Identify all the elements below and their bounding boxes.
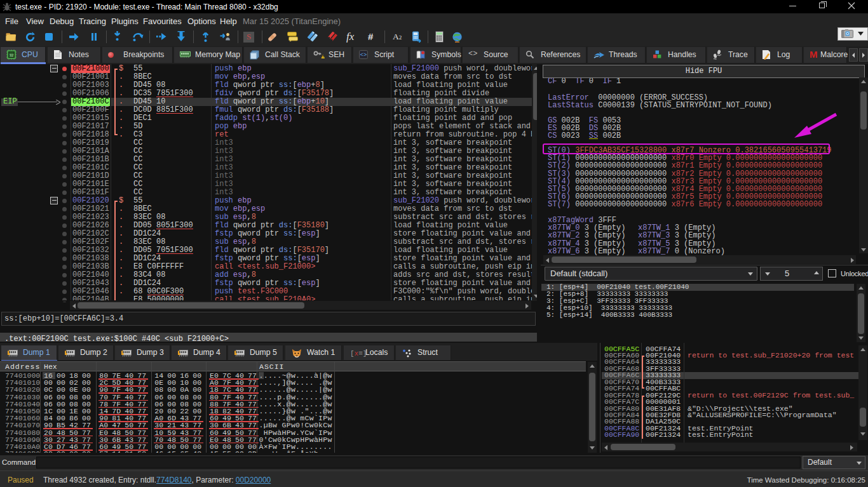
svg-text:<>: <>: [360, 52, 367, 58]
svg-text:!: !: [322, 55, 323, 58]
svg-text:32: 32: [10, 53, 14, 57]
